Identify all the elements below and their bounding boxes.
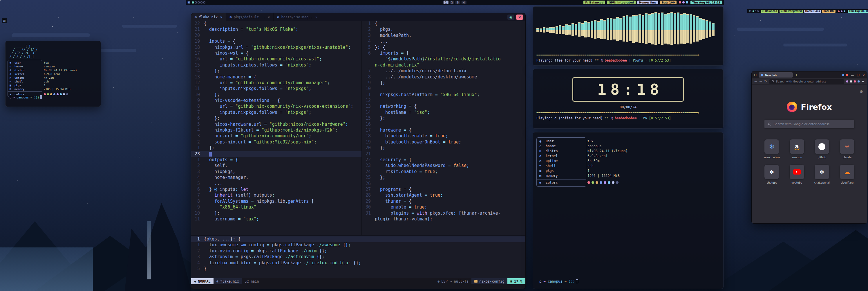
code-line[interactable]: 7 inherit (self) outputs; (191, 193, 362, 198)
code-line[interactable]: 20 }; (362, 145, 525, 151)
code-line[interactable]: 11 nixpkgs.hostPlatform = "x86_64-linux"… (362, 92, 525, 98)
tag-square[interactable] (204, 1, 206, 3)
preview-toggle-icon[interactable]: ◉ (507, 14, 514, 20)
back-icon[interactable]: ← (754, 80, 757, 83)
code-line[interactable]: 13 home-manager = { (191, 74, 362, 80)
code-line[interactable]: 17 nixos-wsl = { (191, 51, 362, 56)
code-line[interactable]: 9 nix-vscode-extensions = { (191, 98, 362, 104)
shortcut-tile-github[interactable]: github (812, 139, 832, 159)
code-line[interactable]: "${modulesPath}/installer/cd-dvd/install… (362, 56, 525, 62)
code-line[interactable]: 24 rtkit.enable = true; (362, 169, 525, 175)
code-line[interactable]: 30 enable = true; (362, 204, 525, 210)
tag-square[interactable] (755, 10, 756, 12)
code-line[interactable]: 9 ]; (362, 80, 525, 86)
shortcut-tile-chat.openai[interactable]: ✻chat.openai (812, 165, 832, 184)
code-line[interactable]: 15 }; (362, 116, 525, 121)
hamburger-menu-icon[interactable]: ≡ (862, 80, 865, 83)
code-line[interactable]: 1 tux-awesome-wm-config = pkgs.callPacka… (191, 242, 525, 248)
editor-pane-flake[interactable]: 22{21 description = "tux's NixOS Flake";… (191, 21, 362, 235)
code-line[interactable]: 4 ... (362, 39, 525, 45)
code-line[interactable]: 22 security = { (362, 157, 525, 163)
code-line[interactable]: 6 imports = [ (362, 51, 525, 56)
code-line[interactable]: 4 firefox-mod-blur = pkgs.callPackage ./… (191, 260, 525, 266)
code-line[interactable]: 16 (362, 122, 525, 127)
code-line[interactable]: 22{ (191, 21, 362, 27)
code-line[interactable]: 1 }; (191, 145, 362, 151)
tag-square[interactable] (752, 10, 754, 12)
code-line[interactable]: plugin thunar-volman]; (362, 216, 525, 222)
close-icon[interactable]: × (863, 74, 865, 77)
code-line[interactable]: 18 bluetooth.enable = true; (362, 133, 525, 139)
code-line[interactable]: 3 astronvim = pkgs.callPackage ./astronv… (191, 254, 525, 260)
record-icon[interactable] (679, 1, 681, 3)
code-line[interactable]: n-cd-minimal.nix" (362, 62, 525, 68)
new-tab-search-bar[interactable] (765, 120, 855, 128)
indicator-red-icon[interactable] (846, 74, 848, 76)
code-line[interactable]: 5 nixos-hardware.url = "github:nixos/nix… (191, 122, 362, 127)
shortcut-tile-youtube[interactable]: ▶youtube (787, 165, 807, 184)
code-line[interactable]: 10 (362, 86, 525, 92)
tab-new-tab[interactable]: New Tab (758, 72, 793, 78)
code-line[interactable]: 28 ssh.startAgent = true; (362, 193, 525, 198)
tag-square[interactable] (197, 1, 199, 3)
reload-icon[interactable]: ↻ (764, 80, 767, 83)
editor-tab-flake.nix[interactable]: ❄flake.nix× (191, 13, 226, 21)
new-tab-search-input[interactable] (774, 122, 851, 126)
code-line[interactable]: 23 (191, 151, 362, 157)
forward-icon[interactable]: → (759, 80, 762, 83)
code-line[interactable]: 2 self, (191, 163, 362, 169)
editor-tab-hosts/isoImag..[interactable]: ❄hosts/isoImag..× (274, 13, 321, 21)
code-line[interactable]: 6 }; (191, 116, 362, 121)
code-line[interactable]: 10 }; (191, 92, 362, 98)
indicator-blue-icon[interactable] (842, 74, 844, 76)
code-line[interactable]: 19 inputs = { (191, 39, 362, 45)
code-line[interactable]: 13 networking = { (362, 104, 525, 110)
menu-grid-icon[interactable]: ⊞ (749, 10, 751, 12)
code-line[interactable]: 25 }; (362, 175, 525, 181)
shortcut-tile-amazon[interactable]: aamazon (787, 139, 807, 159)
shortcut-tile-claude[interactable]: ✳claude (837, 139, 857, 159)
code-line[interactable]: 3 nur.url = "github:nix-community/nur"; (191, 133, 362, 139)
network-icon[interactable] (686, 1, 688, 3)
code-line[interactable]: 8 url = "github:nix-community/nix-vscode… (191, 104, 362, 110)
code-line[interactable]: 16 url = "github:nix-community/nixos-wsl… (191, 56, 362, 62)
workspace-4[interactable]: 4 (462, 1, 466, 4)
code-line[interactable]: 17 hardware = { (362, 127, 525, 133)
menu-grid-icon[interactable]: ⊞ (187, 1, 190, 4)
code-line[interactable]: 23 sudo.wheelNeedsPassword = false; (362, 163, 525, 169)
code-line[interactable]: 5}: { (362, 45, 525, 51)
tag-square[interactable] (195, 1, 197, 3)
launcher-icon[interactable]: ⊞ (2, 18, 7, 23)
code-line[interactable]: 27 programs = { (362, 187, 525, 193)
minimize-icon[interactable]: — (851, 74, 854, 77)
shell-prompt[interactable]: ⌂ → canopus ~ ))) (539, 280, 578, 284)
code-line[interactable]: 1 outputs = { (191, 157, 362, 163)
window-close-icon[interactable]: × (516, 14, 523, 20)
code-line[interactable]: 2 pkgs, (362, 27, 525, 32)
code-line[interactable]: 19 bluetooth.powerOnBoot = true; (362, 139, 525, 145)
new-tab-button[interactable]: + (795, 73, 798, 77)
code-line[interactable]: 2 tux-nvim-config = pkgs.callPackage ./n… (191, 248, 525, 254)
shell-prompt[interactable]: ⌂ → canopus ~ ))) (9, 95, 42, 99)
code-line[interactable]: 8 ../../modules/nixos/desktop/awesome (362, 74, 525, 80)
code-line[interactable]: 2 sops-nix.url = "github:Mic92/sops-nix"… (191, 139, 362, 145)
code-line[interactable]: 15 inputs.nixpkgs.follows = "nixpkgs"; (191, 62, 362, 68)
code-line[interactable]: 6 } @ inputs: let (191, 187, 362, 193)
code-line[interactable]: 14 hostName = "iso"; (362, 110, 525, 116)
code-line[interactable]: 7 inputs.nixpkgs.follows = "nixpkgs"; (191, 110, 362, 116)
personalize-gear-icon[interactable]: ⚙ (860, 89, 863, 94)
code-line[interactable]: 18 nixpkgs.url = "github:nixos/nixpkgs/n… (191, 45, 362, 51)
workspace-3[interactable]: 3 (456, 1, 460, 4)
code-line[interactable]: 21 (362, 151, 525, 157)
extension-icon-purple[interactable] (846, 81, 848, 83)
clock-chip[interactable]: Thu Aug 08, 18:18 (690, 1, 722, 4)
music-icon[interactable] (841, 10, 842, 12)
extension-icon-pink[interactable] (854, 81, 856, 83)
code-line[interactable]: 10 ]; (191, 210, 362, 216)
music-icon[interactable] (682, 1, 685, 3)
code-line[interactable]: 7 ../../modules/nixos/default.nix (362, 68, 525, 74)
code-line[interactable]: 4 home-manager, (191, 175, 362, 181)
code-line[interactable]: 31 plugins = with pkgs.xfce; [thunar-arc… (362, 210, 525, 216)
extension-icon-blue[interactable] (858, 81, 860, 83)
editor-pane-pkgs[interactable]: 1{pkgs, ...}: {1 tux-awesome-wm-config =… (191, 235, 525, 278)
